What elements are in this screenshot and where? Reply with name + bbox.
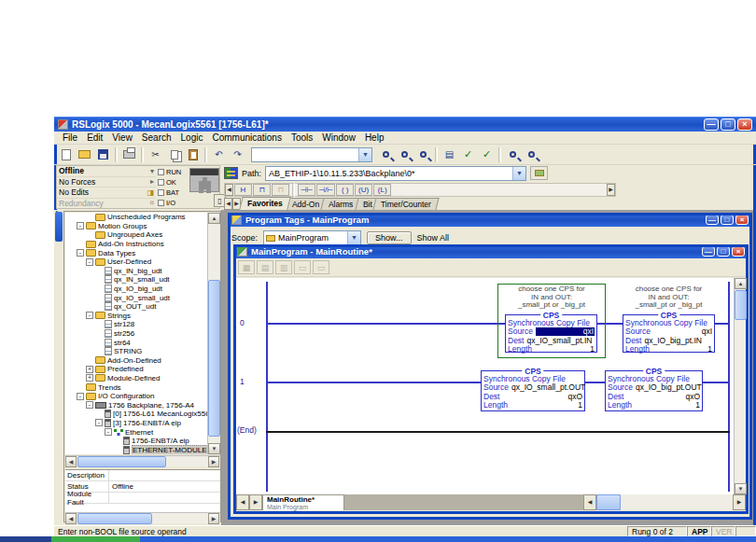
ote-button[interactable]: ( ): [336, 184, 354, 196]
tree-item[interactable]: [0] 1756-L61 MecanLogix5561: [65, 410, 207, 419]
tree-item[interactable]: qx_IN_big_udt: [65, 267, 207, 276]
ladder-vertical-scrollbar[interactable]: ▲ ▼: [734, 278, 746, 494]
tree-item[interactable]: -Strings: [65, 312, 207, 321]
restore-button[interactable]: □: [717, 246, 730, 257]
taskbar[interactable]: [0, 536, 756, 542]
expand-toggle[interactable]: -: [77, 393, 84, 400]
expand-toggle[interactable]: -: [77, 222, 84, 229]
mode-dropdown-icon[interactable]: ▾: [150, 167, 154, 175]
forces-status[interactable]: No Forces▸: [57, 177, 156, 188]
scrollbar-thumb[interactable]: [77, 513, 152, 524]
scroll-left-icon[interactable]: ◀: [65, 456, 77, 467]
minimize-button[interactable]: —: [704, 118, 719, 131]
tree-item[interactable]: ETHERNET-MODULE qx: [65, 445, 207, 454]
chevron-down-icon[interactable]: ▼: [358, 148, 371, 161]
expand-toggle[interactable]: -: [86, 401, 93, 409]
rung-number[interactable]: 0: [240, 318, 245, 327]
print-button[interactable]: [120, 146, 138, 162]
restore-button[interactable]: □: [721, 118, 735, 131]
edits-status[interactable]: No Edits◨: [57, 188, 156, 199]
open-button[interactable]: [76, 146, 93, 162]
verify-controller-button[interactable]: ✓: [478, 146, 496, 162]
redo-button[interactable]: ↷: [229, 146, 246, 162]
copy-button[interactable]: [165, 146, 183, 162]
cut-button[interactable]: ✂: [147, 146, 164, 162]
scroll-left-icon[interactable]: ◀: [583, 494, 596, 510]
show-all-label[interactable]: Show All: [417, 233, 450, 243]
scroll-right-icon[interactable]: ▶: [208, 456, 219, 467]
undo-button[interactable]: ↶: [210, 146, 228, 162]
source-operand-selected[interactable]: qxI: [536, 327, 595, 336]
app-titlebar[interactable]: RSLogix 5000 - MecanLogix5561 [1756-L61]…: [54, 117, 756, 132]
routine-window-titlebar[interactable]: MainProgram - MainRoutine* — □ ×: [233, 244, 749, 258]
dest-operand[interactable]: qx_IO_small_pt.IN: [526, 337, 592, 346]
branch-button[interactable]: ⊓: [253, 184, 271, 196]
xic-button[interactable]: ⊣⊢: [298, 184, 315, 196]
tree-item[interactable]: qx_IN_small_udt: [65, 275, 207, 285]
tree-vertical-scrollbar[interactable]: ▲ ▼: [207, 213, 219, 454]
tab-favorites[interactable]: Favorites: [239, 197, 290, 210]
find-button[interactable]: [377, 146, 395, 162]
paste-button[interactable]: [184, 146, 202, 162]
properties-horizontal-scrollbar[interactable]: ◀ ▶: [65, 512, 220, 523]
expand-toggle[interactable]: -: [95, 419, 103, 426]
path-combobox[interactable]: AB_ETHIP-1\10.11.5.233\Backplane\0* ▼: [265, 166, 526, 181]
tree-item[interactable]: qx_OUT_udt: [65, 302, 207, 312]
tree-item[interactable]: Add-On-Defined: [65, 356, 207, 366]
close-button[interactable]: ×: [737, 118, 752, 131]
otu-button[interactable]: (U): [355, 184, 372, 196]
menu-item-tools[interactable]: Tools: [287, 132, 317, 143]
close-button[interactable]: ×: [735, 215, 749, 225]
who-active-button[interactable]: [530, 166, 548, 180]
menu-item-file[interactable]: File: [58, 132, 82, 143]
branch-level-button[interactable]: ⊓: [272, 184, 289, 196]
menu-item-logic[interactable]: Logic: [176, 132, 208, 143]
tree-item[interactable]: -Ethernet: [65, 427, 207, 437]
tree-item[interactable]: -Motion Groups: [65, 222, 207, 231]
new-button[interactable]: [57, 146, 75, 162]
find-previous-button[interactable]: [414, 146, 432, 162]
tab-scroll-left[interactable]: ◀: [236, 494, 249, 510]
scroll-up-icon[interactable]: ▲: [208, 213, 220, 224]
length-operand[interactable]: 1: [590, 345, 595, 354]
expand-toggle[interactable]: -: [77, 249, 84, 257]
scroll-down-icon[interactable]: ▼: [208, 443, 220, 454]
tree-item[interactable]: str128: [65, 320, 207, 329]
tree-item[interactable]: qx_IO_big_udt: [65, 285, 207, 294]
restore-button[interactable]: □: [721, 215, 734, 225]
source-operand[interactable]: qxI: [702, 327, 712, 337]
scrollbar-thumb[interactable]: [208, 280, 220, 437]
browse-logic-button[interactable]: ▤: [441, 146, 458, 162]
tree-item[interactable]: Unscheduled Programs: [65, 213, 207, 222]
scroll-left-icon[interactable]: ◀: [65, 513, 77, 524]
tree-item[interactable]: -User-Defined: [65, 257, 207, 267]
tabs-scroll-left[interactable]: ◀: [224, 198, 232, 210]
zoom-out-button[interactable]: [523, 146, 540, 162]
verify-routine-button[interactable]: ✓: [459, 146, 477, 162]
scroll-down-icon[interactable]: ▼: [735, 483, 747, 494]
scope-combobox[interactable]: MainProgram ▼: [263, 230, 361, 245]
scroll-right-icon[interactable]: ▶: [733, 494, 746, 510]
menu-item-communications[interactable]: Communications: [207, 132, 286, 143]
length-operand[interactable]: 1: [707, 345, 712, 354]
tree-item[interactable]: STRING: [65, 347, 207, 356]
controller-mode[interactable]: Offline▾: [57, 166, 156, 177]
cps-instruction[interactable]: CPS Synchronous Copy File SourceqxI Dest…: [505, 314, 597, 353]
menu-item-search[interactable]: Search: [137, 132, 176, 143]
xio-button[interactable]: ⊣/⊢: [316, 184, 335, 196]
rung-comment[interactable]: choose one CPS for IN and OUT: _small_pt…: [623, 285, 715, 310]
expand-toggle[interactable]: -: [105, 428, 112, 436]
scrollbar-track[interactable]: [621, 494, 733, 510]
rswho-icon[interactable]: [224, 167, 238, 179]
tree-item[interactable]: -I/O Configuration: [65, 392, 207, 401]
rung-comment[interactable]: choose one CPS for IN and OUT: _small_pt…: [498, 285, 605, 310]
tree-item[interactable]: -Data Types: [65, 248, 207, 257]
minimize-button[interactable]: —: [706, 215, 719, 225]
cps-instruction[interactable]: CPS Synchronous Copy File SourceqxI Dest…: [623, 314, 715, 353]
tab-scroll-right[interactable]: ▶: [249, 494, 262, 510]
tree-horizontal-scrollbar[interactable]: ◀ ▶: [65, 455, 220, 466]
new-rung-button[interactable]: H: [234, 184, 252, 196]
ladder-toolbar-button[interactable]: ▥: [275, 260, 292, 274]
ladder-toolbar-button[interactable]: ▭: [313, 260, 329, 274]
palette-scroll-left[interactable]: ◀: [225, 184, 233, 196]
